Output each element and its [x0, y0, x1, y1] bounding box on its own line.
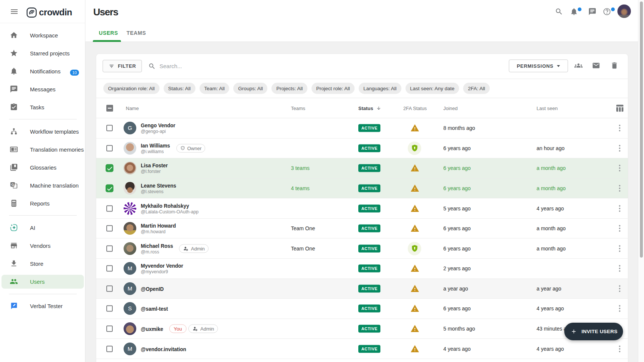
svg-text:G: G	[11, 183, 14, 186]
